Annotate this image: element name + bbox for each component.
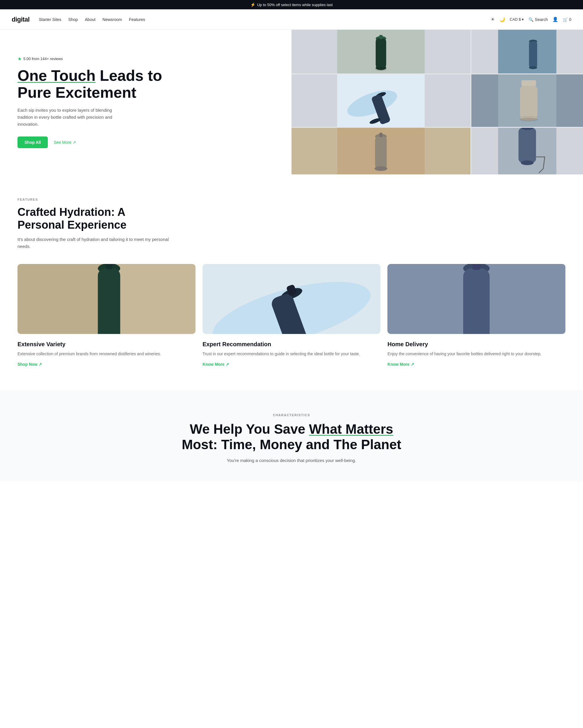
svg-rect-16 xyxy=(521,80,536,86)
main-nav: Starter Sites Shop About Newsroom Featur… xyxy=(39,17,145,22)
hero-image-top-left xyxy=(292,30,470,74)
feature-image-2 xyxy=(202,264,381,334)
feature-card-1: Extensive Variety Extensive collection o… xyxy=(18,264,196,366)
features-description: It's about discovering the craft of hydr… xyxy=(18,236,181,250)
characteristics-label: CHARACTERISTICS xyxy=(18,413,565,417)
feature-title-3: Home Delivery xyxy=(387,341,565,348)
svg-point-9 xyxy=(529,66,537,69)
hero-title: One Touch Leads to Pure Excitement xyxy=(18,68,277,101)
currency-selector[interactable]: CAD $ ▾ xyxy=(510,17,524,22)
hero-image-middle-left xyxy=(292,74,470,127)
search-icon: 🔍 xyxy=(528,17,533,22)
svg-rect-30 xyxy=(18,264,109,334)
hero-title-highlight: One Touch xyxy=(18,67,95,84)
characteristics-description: You're making a conscious decision that … xyxy=(18,457,565,464)
hero-actions: Shop All See More ↗ xyxy=(18,136,277,148)
svg-rect-8 xyxy=(529,42,537,68)
feature-image-1 xyxy=(18,264,196,334)
feature-desc-1: Extensive collection of premium brands f… xyxy=(18,350,196,357)
features-grid: Extensive Variety Extensive collection o… xyxy=(18,264,565,366)
feature-card-3: Home Delivery Enjoy the convenience of h… xyxy=(387,264,565,366)
svg-rect-17 xyxy=(520,86,537,118)
hero-rating: ★ 5.00 from 144+ reviews xyxy=(18,56,277,61)
feature-title-2: Expert Recommendation xyxy=(202,341,381,348)
shop-all-button[interactable]: Shop All xyxy=(18,136,48,148)
cart-count: 0 xyxy=(569,17,571,22)
feature-title-1: Extensive Variety xyxy=(18,341,196,348)
svg-rect-24 xyxy=(380,133,383,137)
svg-rect-22 xyxy=(375,136,387,168)
lightning-icon: ⚡ xyxy=(250,2,255,7)
feature-image-3 xyxy=(387,264,565,334)
svg-rect-32 xyxy=(98,269,120,334)
nav-features[interactable]: Features xyxy=(129,17,145,22)
svg-rect-45 xyxy=(463,269,490,334)
cart-icon: 🛒 xyxy=(563,17,568,22)
hero-image-middle-right xyxy=(471,74,583,127)
chevron-down-icon: ▾ xyxy=(522,17,524,22)
hero-images xyxy=(292,30,583,175)
char-title-part1: We Help You Save xyxy=(190,421,309,437)
svg-rect-26 xyxy=(518,128,536,163)
sun-icon-button[interactable]: ☀ xyxy=(491,17,495,22)
search-button[interactable]: 🔍 Search xyxy=(528,17,548,22)
features-title: Crafted Hydration: A Personal Experience xyxy=(18,206,158,231)
svg-point-5 xyxy=(375,68,387,71)
nav-about[interactable]: About xyxy=(85,17,95,22)
feature-link-1[interactable]: Shop Now ↗ xyxy=(18,362,196,367)
hero-image-top-right xyxy=(471,30,583,74)
feature-link-2[interactable]: Know More ↗ xyxy=(202,362,381,367)
characteristics-title: We Help You Save What Matters Most: Time… xyxy=(18,421,565,452)
svg-rect-47 xyxy=(473,264,481,270)
svg-point-28 xyxy=(521,160,533,165)
svg-point-23 xyxy=(374,166,387,171)
hero-section: ★ 5.00 from 144+ reviews One Touch Leads… xyxy=(0,30,583,175)
currency-label: CAD $ xyxy=(510,17,521,22)
characteristics-section: CHARACTERISTICS We Help You Save What Ma… xyxy=(0,390,583,482)
star-icon: ★ xyxy=(18,56,22,61)
svg-rect-34 xyxy=(106,264,113,269)
feature-card-2: Expert Recommendation Trust in our exper… xyxy=(202,264,381,366)
header: digital Starter Sites Shop About Newsroo… xyxy=(0,9,583,30)
svg-point-19 xyxy=(519,118,538,121)
nav-shop[interactable]: Shop xyxy=(68,17,78,22)
hero-image-bottom-left xyxy=(292,128,470,175)
hero-image-bottom-right xyxy=(471,128,583,175)
hero-title-part2: Leads to xyxy=(95,67,162,84)
nav-newsroom[interactable]: Newsroom xyxy=(103,17,122,22)
nav-starter-sites[interactable]: Starter Sites xyxy=(39,17,61,22)
banner-text: Up to 50% off select items while supplie… xyxy=(257,3,333,7)
feature-desc-3: Enjoy the convenience of having your fav… xyxy=(387,350,565,357)
hero-title-line2: Pure Excitement xyxy=(18,84,136,101)
search-label: Search xyxy=(535,17,548,22)
features-section: FEATURES Crafted Hydration: A Personal E… xyxy=(0,175,583,390)
feature-desc-2: Trust in our expert recommendations to g… xyxy=(202,350,381,357)
hero-description: Each sip invites you to explore layers o… xyxy=(18,107,122,128)
header-left: digital Starter Sites Shop About Newsroo… xyxy=(12,16,145,23)
svg-rect-6 xyxy=(498,30,556,74)
section-label: FEATURES xyxy=(18,198,565,201)
header-right: ☀ 🌙 CAD $ ▾ 🔍 Search 👤 🛒 0 xyxy=(491,17,571,22)
see-more-button[interactable]: See More ↗ xyxy=(54,140,76,145)
cart-button[interactable]: 🛒 0 xyxy=(563,17,571,22)
hero-content: ★ 5.00 from 144+ reviews One Touch Leads… xyxy=(0,30,292,175)
svg-rect-2 xyxy=(376,38,386,68)
char-title-underline: What Matters xyxy=(309,421,393,437)
logo[interactable]: digital xyxy=(12,16,29,23)
feature-link-3[interactable]: Know More ↗ xyxy=(387,362,565,367)
moon-icon-button[interactable]: 🌙 xyxy=(499,17,505,22)
account-button[interactable]: 👤 xyxy=(552,17,558,22)
rating-text: 5.00 from 144+ reviews xyxy=(23,57,63,61)
svg-rect-4 xyxy=(379,35,383,39)
top-banner: ⚡ Up to 50% off select items while suppl… xyxy=(0,0,583,9)
